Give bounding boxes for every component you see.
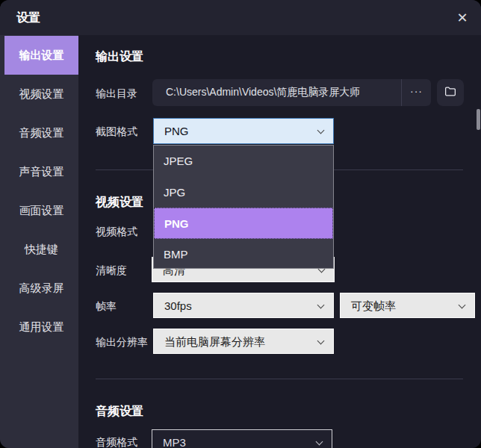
video-section-header: 视频设置 (96, 195, 143, 211)
dropdown-option-jpg[interactable]: JPG (154, 177, 333, 208)
dialog-title: 设置 (16, 0, 40, 35)
framerate-combobox[interactable]: 30fps (153, 293, 334, 318)
chevron-down-icon (317, 337, 325, 345)
sidebar-item-sound[interactable]: 声音设置 (4, 152, 78, 191)
sidebar-item-general[interactable]: 通用设置 (4, 308, 78, 346)
settings-content: 输出设置 输出目录 C:\Users\Admin\Videos\简鹿电脑录屏大师… (78, 35, 481, 448)
framerate-value: 30fps (164, 293, 192, 319)
resolution-label: 输出分辨率 (96, 336, 148, 349)
video-format-label: 视频格式 (96, 225, 137, 239)
open-folder-button[interactable] (437, 79, 464, 106)
dropdown-option-png[interactable]: PNG (154, 208, 333, 239)
section-divider (96, 379, 463, 379)
sidebar-item-picture[interactable]: 画面设置 (4, 191, 78, 230)
resolution-combobox[interactable]: 当前电脑屏幕分辨率 (153, 329, 334, 354)
audio-section-header: 音频设置 (96, 404, 143, 420)
output-dir-label: 输出目录 (96, 87, 137, 101)
folder-icon (444, 84, 457, 101)
sidebar-item-advanced[interactable]: 高级录屏 (4, 269, 78, 308)
dropdown-option-jpeg[interactable]: JPEG (154, 146, 333, 177)
chevron-down-icon (317, 302, 325, 309)
sidebar-item-output[interactable]: 输出设置 (4, 36, 78, 75)
screenshot-format-label: 截图格式 (96, 125, 137, 139)
close-icon[interactable]: ✕ (453, 9, 472, 27)
output-section-header: 输出设置 (96, 49, 143, 65)
screenshot-format-dropdown-list: JPEG JPG PNG BMP (153, 145, 334, 269)
dropdown-option-bmp[interactable]: BMP (154, 239, 333, 270)
resolution-value: 当前电脑屏幕分辨率 (164, 329, 265, 355)
clarity-label: 清晰度 (96, 264, 127, 278)
chevron-down-icon (316, 438, 323, 446)
settings-dialog: 设置 ✕ 输出设置 视频设置 音频设置 声音设置 画面设置 快捷键 高级录屏 通… (0, 0, 481, 448)
sidebar-item-audio[interactable]: 音频设置 (4, 113, 78, 152)
sidebar-item-hotkeys[interactable]: 快捷键 (4, 230, 78, 269)
framerate-mode-value: 可变帧率 (351, 293, 396, 319)
framerate-mode-combobox[interactable]: 可变帧率 (340, 293, 475, 318)
settings-sidebar: 输出设置 视频设置 音频设置 声音设置 画面设置 快捷键 高级录屏 通用设置 (0, 35, 78, 448)
output-dir-value: C:\Users\Admin\Videos\简鹿电脑录屏大师 (152, 86, 401, 99)
screenshot-format-value: PNG (164, 119, 189, 144)
audio-format-value: MP3 (163, 430, 186, 448)
output-dir-input[interactable]: C:\Users\Admin\Videos\简鹿电脑录屏大师 ··· (152, 79, 431, 106)
scrollbar-thumb[interactable] (477, 109, 480, 130)
title-bar: 设置 ✕ (0, 0, 481, 35)
audio-format-combobox[interactable]: MP3 (152, 429, 332, 448)
framerate-label: 帧率 (96, 300, 117, 314)
chevron-down-icon (459, 302, 466, 309)
screenshot-format-combobox[interactable]: PNG (153, 118, 334, 144)
sidebar-item-video[interactable]: 视频设置 (4, 75, 78, 113)
chevron-down-icon (317, 127, 325, 134)
audio-format-label: 音频格式 (96, 436, 137, 448)
browse-ellipsis-button[interactable]: ··· (401, 79, 431, 106)
